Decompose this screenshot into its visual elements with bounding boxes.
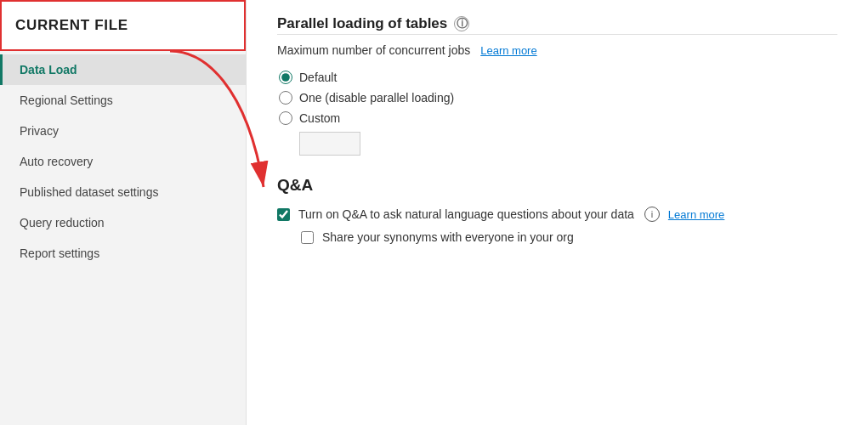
radio-item-one[interactable]: One (disable parallel loading)	[279, 91, 837, 105]
parallel-loading-title: Parallel loading of tables ⓘ	[277, 8, 837, 35]
radio-custom[interactable]	[279, 111, 292, 125]
max-jobs-label: Maximum number of concurrent jobs	[277, 43, 470, 57]
sidebar: CURRENT FILE Data Load Regional Settings…	[0, 0, 247, 425]
max-jobs-row: Maximum number of concurrent jobs Learn …	[277, 43, 837, 57]
sidebar-header: CURRENT FILE	[0, 0, 246, 51]
sidebar-header-title: CURRENT FILE	[15, 17, 128, 33]
sidebar-item-query-reduction[interactable]: Query reduction	[0, 207, 246, 238]
share-synonyms-label: Share your synonyms with everyone in you…	[322, 230, 574, 244]
radio-group-parallel: Default One (disable parallel loading) C…	[279, 71, 837, 156]
sidebar-item-data-load[interactable]: Data Load	[0, 54, 246, 85]
main-content: Parallel loading of tables ⓘ Maximum num…	[247, 0, 868, 425]
qa-info-icon: i	[644, 207, 660, 222]
qa-title: Q&A	[277, 176, 837, 195]
sidebar-nav: Data Load Regional Settings Privacy Auto…	[0, 51, 246, 269]
info-circle-icon: ⓘ	[454, 16, 469, 31]
radio-item-custom[interactable]: Custom	[279, 111, 837, 125]
sidebar-item-published-dataset-settings[interactable]: Published dataset settings	[0, 177, 246, 207]
sidebar-item-regional-settings[interactable]: Regional Settings	[0, 85, 246, 116]
custom-jobs-input[interactable]	[299, 132, 360, 156]
parallel-loading-section: Parallel loading of tables ⓘ Maximum num…	[277, 0, 837, 156]
parallel-loading-learn-more-link[interactable]: Learn more	[480, 44, 536, 57]
radio-default[interactable]	[279, 71, 292, 84]
turn-on-qa-checkbox[interactable]	[277, 208, 290, 221]
share-synonyms-checkbox[interactable]	[301, 231, 314, 244]
radio-one[interactable]	[279, 91, 292, 105]
turn-on-qa-label: Turn on Q&A to ask natural language ques…	[298, 207, 634, 221]
qa-learn-more-link[interactable]: Learn more	[668, 208, 724, 221]
radio-item-default[interactable]: Default	[279, 71, 837, 84]
share-synonyms-row: Share your synonyms with everyone in you…	[301, 230, 837, 244]
sidebar-item-auto-recovery[interactable]: Auto recovery	[0, 146, 246, 177]
sidebar-item-report-settings[interactable]: Report settings	[0, 238, 246, 269]
sidebar-item-privacy[interactable]: Privacy	[0, 116, 246, 146]
qa-section: Q&A Turn on Q&A to ask natural language …	[277, 176, 837, 244]
turn-on-qa-row: Turn on Q&A to ask natural language ques…	[277, 207, 837, 222]
